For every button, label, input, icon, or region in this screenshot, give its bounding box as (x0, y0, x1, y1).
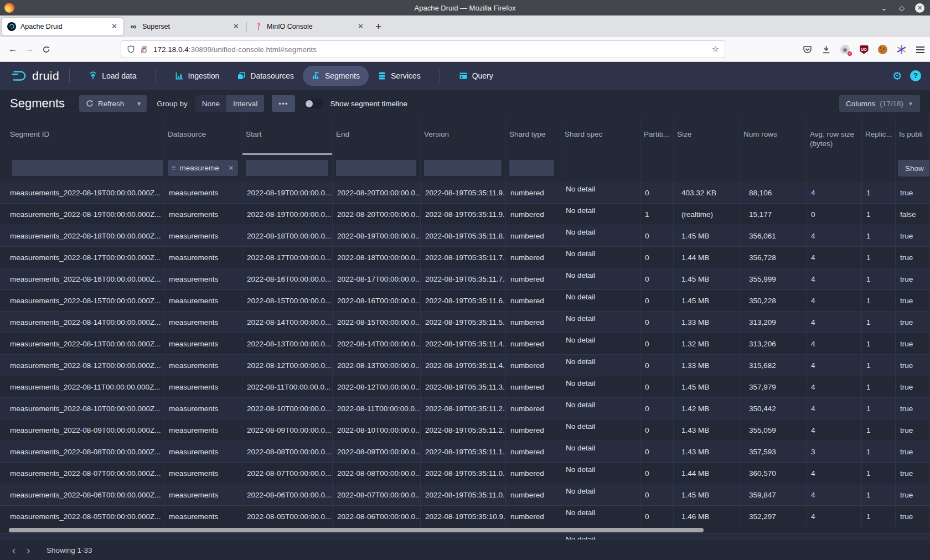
cell-replicas: 1 (862, 484, 896, 506)
extension-disabled-icon[interactable]: ◉✕ (840, 44, 850, 55)
scrollbar-thumb[interactable] (9, 528, 704, 532)
filter-cell-avg_row_size (807, 155, 862, 182)
segment-row[interactable]: measurements_2022-08-09T00:00:00.000Z...… (0, 419, 930, 441)
cell-end: 2022-08-06T00:00:00.0... (333, 506, 421, 527)
segment-row[interactable]: measurements_2022-08-05T00:00:00.000Z...… (0, 506, 930, 527)
tab-minio-console[interactable]: MinIO Console ✕ (248, 18, 370, 35)
refresh-dropdown-caret[interactable]: ▼ (131, 95, 147, 112)
segment-row[interactable]: measurements_2022-08-08T00:00:00.000Z...… (0, 441, 930, 463)
segment-row[interactable]: measurements_2022-08-17T00:00:00.000Z...… (0, 247, 930, 268)
nav-item-query[interactable]: Query (450, 66, 502, 86)
column-header-version[interactable]: Version (421, 117, 506, 155)
filter-input-shard_type[interactable] (509, 160, 554, 176)
column-header-segment_id[interactable]: Segment ID (0, 117, 164, 155)
nav-item-ingestion[interactable]: Ingestion (166, 66, 229, 86)
nav-item-services[interactable]: Services (369, 66, 430, 86)
segment-row[interactable]: measurements_2022-08-13T00:00:00.000Z...… (0, 333, 930, 355)
column-header-avg_row_size[interactable]: Avg. row size (bytes) (807, 117, 862, 155)
remove-filter-icon[interactable]: ✕ (228, 164, 234, 172)
tab-close-icon[interactable]: ✕ (110, 22, 119, 30)
tab-title: Superset (142, 23, 231, 30)
help-icon[interactable]: ? (910, 70, 921, 81)
columns-dropdown-button[interactable]: Columns (17/18) ▼ (839, 95, 920, 112)
cell-partition: 0 (640, 333, 674, 355)
segment-row[interactable]: measurements_2022-08-12T00:00:00.000Z...… (0, 355, 930, 376)
segment-row[interactable]: measurements_2022-08-06T00:00:00.000Z...… (0, 484, 930, 506)
menu-hamburger-icon[interactable] (915, 44, 926, 55)
window-minimize-button[interactable]: ⌄ (880, 4, 888, 12)
url-text[interactable]: 172.18.0.4:30899/unified-console.html#se… (153, 45, 317, 54)
bookmark-star-icon[interactable]: ☆ (712, 44, 719, 54)
window-close-button[interactable]: ✕ (915, 3, 924, 13)
cell-end: 2022-08-09T00:00:00.0... (333, 441, 421, 463)
cookie-extension-icon[interactable] (877, 44, 888, 55)
cell-partition: 0 (640, 268, 674, 290)
new-tab-button[interactable]: + (375, 20, 381, 33)
column-header-shard_spec[interactable]: Shard spec (561, 117, 640, 155)
column-header-start[interactable]: Start (242, 117, 333, 155)
cell-shard_spec: No detail (561, 398, 640, 419)
segment-row[interactable]: measurements_2022-08-11T00:00:00.000Z...… (0, 376, 930, 398)
downloads-icon[interactable] (821, 44, 831, 55)
segment-row[interactable]: measurements_2022-08-16T00:00:00.000Z...… (0, 268, 930, 290)
column-header-end[interactable]: End (333, 117, 421, 155)
column-header-num_rows[interactable]: Num rows (740, 117, 807, 155)
insecure-lock-icon[interactable] (140, 45, 148, 54)
pocket-icon[interactable] (802, 44, 813, 55)
segment-row[interactable]: measurements_2022-08-07T00:00:00.000Z...… (0, 463, 930, 484)
tracking-shield-icon[interactable] (127, 45, 135, 54)
group-by-interval-button[interactable]: Interval (226, 95, 264, 112)
forward-button[interactable]: → (21, 44, 38, 54)
filter-input-version[interactable] (424, 160, 502, 176)
segment-row[interactable]: measurements_2022-08-10T00:00:00.000Z...… (0, 398, 930, 419)
window-maximize-button[interactable]: ◇ (897, 4, 906, 12)
more-options-button[interactable]: ••• (272, 95, 294, 112)
column-header-partition[interactable]: Partiti... (640, 117, 674, 155)
filter-input-start[interactable] (246, 160, 328, 176)
druid-logo[interactable]: druid (11, 69, 59, 83)
nav-item-datasources[interactable]: Datasources (228, 66, 303, 86)
filter-input-segment_id[interactable] (12, 160, 163, 176)
cell-shard_spec: No detail (561, 419, 640, 441)
segment-row[interactable]: measurements_2022-08-15T00:00:00.000Z...… (0, 290, 930, 312)
cell-shard_type: numbered (506, 441, 561, 463)
cell-is_published: true (896, 182, 930, 204)
ingestion-icon (175, 71, 184, 80)
segment-row[interactable]: measurements_2022-08-19T00:00:00.000Z...… (0, 182, 930, 204)
back-button[interactable]: ← (4, 44, 21, 54)
horizontal-scrollbar[interactable] (0, 527, 930, 533)
cell-start: 2022-08-15T00:00:00.0... (242, 290, 333, 312)
column-header-is_published[interactable]: Is publi (896, 117, 930, 155)
refresh-button[interactable]: Refresh (79, 95, 131, 112)
column-header-size[interactable]: Size (674, 117, 740, 155)
page-title: Segments (10, 96, 65, 111)
segment-row[interactable]: measurements_2022-08-19T00:00:00.000Z...… (0, 204, 930, 225)
cell-size: 1.46 MB (674, 506, 740, 527)
segment-row[interactable]: measurements_2022-08-18T00:00:00.000Z...… (0, 225, 930, 247)
column-header-datasource[interactable]: Datasource (164, 117, 242, 155)
filter-input-datasource[interactable]: =measureme✕ (168, 160, 238, 176)
cell-is_published: true (896, 419, 930, 441)
filter-input-end[interactable] (336, 160, 416, 176)
show-filter-button[interactable]: Show (898, 160, 930, 177)
multi-account-containers-icon[interactable] (896, 44, 907, 55)
segment-row[interactable]: measurements_2022-08-14T00:00:00.000Z...… (0, 312, 930, 333)
tab-apache-druid[interactable]: Apache Druid ✕ (2, 18, 123, 35)
cell-avg_row_size: 4 (807, 333, 862, 355)
ublock-origin-icon[interactable]: UO (859, 44, 869, 55)
reload-button[interactable] (38, 45, 54, 54)
prev-page-button[interactable]: ‹ (7, 545, 21, 556)
segment-timeline-toggle[interactable] (304, 98, 324, 109)
nav-item-load-data[interactable]: Load data (80, 66, 145, 86)
settings-gear-icon[interactable]: ⚙ (892, 69, 902, 82)
column-header-shard_type[interactable]: Shard type (506, 117, 561, 155)
tab-close-icon[interactable]: ✕ (356, 22, 365, 30)
column-header-replicas[interactable]: Replic... (862, 117, 896, 155)
tab-close-icon[interactable]: ✕ (231, 22, 241, 30)
nav-item-segments[interactable]: Segments (303, 66, 369, 86)
next-page-button[interactable]: › (21, 545, 35, 556)
tab-superset[interactable]: ∞ Superset ✕ (123, 18, 245, 35)
cell-avg_row_size: 4 (807, 312, 862, 333)
group-by-none-button[interactable]: None (195, 95, 226, 112)
url-bar[interactable]: 172.18.0.4:30899/unified-console.html#se… (121, 40, 725, 58)
